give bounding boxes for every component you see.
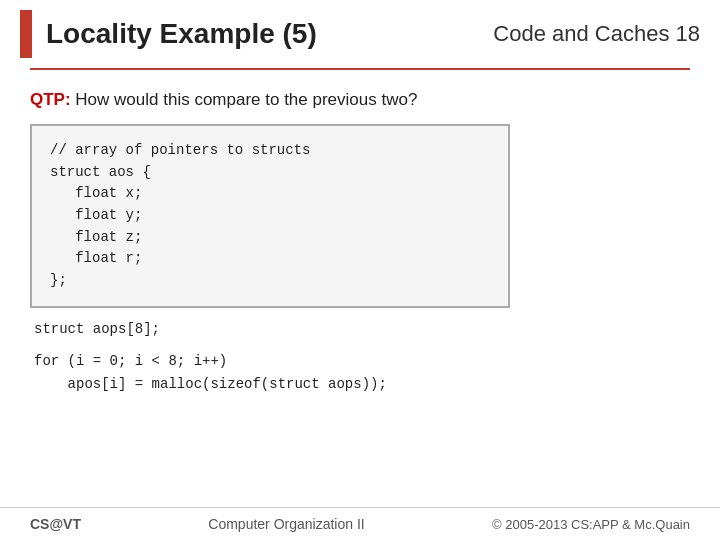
code-for-loop: for (i = 0; i < 8; i++) apos[i] = malloc…: [30, 350, 690, 395]
footer-course: Computer Organization II: [208, 516, 364, 532]
slide-header: Locality Example (5) Code and Caches 18: [0, 0, 720, 68]
slide-content: QTP: How would this compare to the previ…: [0, 80, 720, 507]
slide-container: Locality Example (5) Code and Caches 18 …: [0, 0, 720, 540]
slide-title: Locality Example (5): [46, 18, 493, 50]
code-box-struct: // array of pointers to structs struct a…: [30, 124, 510, 308]
qtp-line: QTP: How would this compare to the previ…: [30, 90, 690, 110]
code-struct-array: struct aops[8];: [30, 318, 690, 340]
footer-copyright: © 2005-2013 CS:APP & Mc.Quain: [492, 517, 690, 532]
slide-footer: CS@VT Computer Organization II © 2005-20…: [0, 507, 720, 540]
divider: [30, 68, 690, 70]
qtp-label: QTP:: [30, 90, 71, 109]
course-label: Code and Caches 18: [493, 21, 700, 47]
red-accent-bar: [20, 10, 32, 58]
code-section: // array of pointers to structs struct a…: [30, 124, 690, 395]
footer-institution: CS@VT: [30, 516, 81, 532]
qtp-text: How would this compare to the previous t…: [71, 90, 418, 109]
